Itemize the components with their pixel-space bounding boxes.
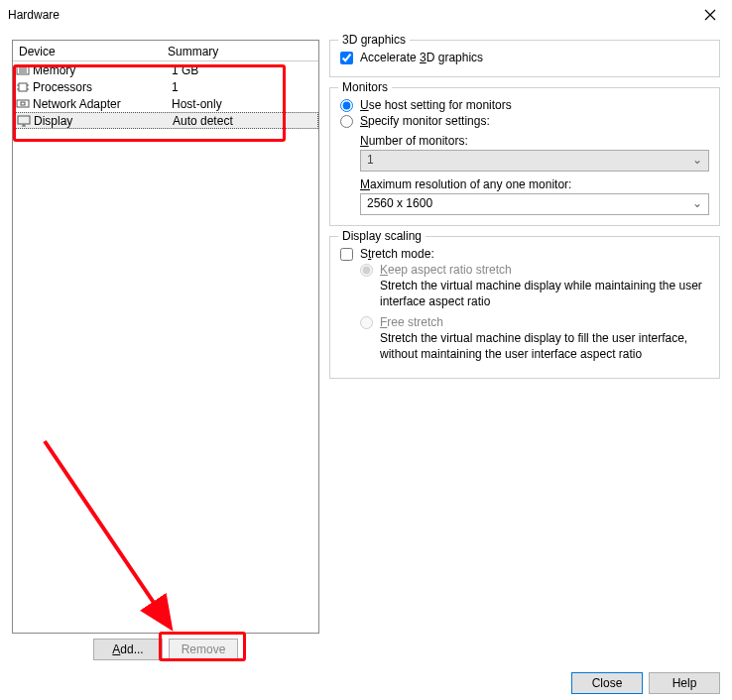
- stretch-mode-input[interactable]: [340, 248, 353, 261]
- device-name: Processors: [33, 80, 172, 94]
- device-row-processors[interactable]: Processors 1: [13, 78, 318, 95]
- window-title: Hardware: [8, 8, 60, 22]
- help-button[interactable]: Help: [649, 672, 720, 694]
- memory-icon: [15, 63, 31, 77]
- device-row-display[interactable]: Display Auto detect: [13, 112, 318, 129]
- stretch-mode-checkbox[interactable]: Stretch mode:: [340, 247, 709, 261]
- device-row-network-adapter[interactable]: Network Adapter Host-only: [13, 95, 318, 112]
- use-host-input[interactable]: [340, 99, 353, 112]
- specify-label: Specify monitor settings:: [360, 114, 490, 128]
- display-icon: [16, 114, 32, 128]
- svg-rect-9: [17, 100, 29, 107]
- stretch-mode-label: Stretch mode:: [360, 247, 434, 261]
- device-summary: Auto detect: [173, 114, 315, 128]
- use-host-label: Use host setting for monitors: [360, 98, 512, 112]
- free-stretch-input: [360, 316, 373, 329]
- keep-aspect-input: [360, 264, 373, 277]
- group-legend: Monitors: [338, 80, 392, 94]
- group-monitors: Monitors Use host setting for monitors S…: [329, 87, 720, 226]
- device-summary: Host-only: [172, 97, 316, 111]
- accelerate-3d-checkbox[interactable]: Accelerate 3D graphics: [340, 51, 709, 64]
- group-display-scaling: Display scaling Stretch mode: Keep aspec…: [329, 236, 720, 379]
- specify-input[interactable]: [340, 115, 353, 128]
- number-monitors-label: Number of monitors:: [360, 134, 709, 148]
- free-stretch-label: Free stretch: [380, 315, 443, 329]
- use-host-radio[interactable]: Use host setting for monitors: [340, 98, 709, 112]
- titlebar: Hardware: [0, 0, 732, 30]
- max-resolution-select[interactable]: 2560 x 1600: [360, 193, 709, 215]
- device-name: Display: [34, 114, 173, 128]
- device-summary: 1: [172, 80, 316, 94]
- group-legend: Display scaling: [338, 229, 426, 243]
- group-legend: 3D graphics: [338, 33, 410, 47]
- col-header-device: Device: [19, 45, 168, 58]
- close-icon[interactable]: [687, 0, 732, 30]
- remove-button: Remove: [169, 639, 238, 660]
- keep-aspect-desc: Stretch the virtual machine display whil…: [380, 279, 709, 309]
- svg-rect-11: [18, 116, 30, 124]
- device-list[interactable]: Device Summary Memory 1 GB Processors 1 …: [12, 40, 319, 634]
- add-button[interactable]: Add...: [93, 639, 163, 660]
- keep-aspect-radio: Keep aspect ratio stretch: [360, 263, 709, 277]
- processors-icon: [15, 80, 31, 94]
- device-summary: 1 GB: [172, 63, 316, 77]
- specify-radio[interactable]: Specify monitor settings:: [340, 114, 709, 128]
- col-header-summary: Summary: [168, 45, 312, 58]
- device-list-header: Device Summary: [13, 41, 318, 61]
- device-name: Memory: [33, 63, 172, 77]
- svg-rect-4: [19, 83, 27, 91]
- accelerate-3d-input[interactable]: [340, 52, 353, 64]
- close-button[interactable]: Close: [571, 672, 643, 694]
- free-stretch-desc: Stretch the virtual machine display to f…: [380, 331, 709, 362]
- number-monitors-select: 1: [360, 150, 709, 172]
- svg-rect-10: [21, 102, 25, 105]
- accelerate-3d-label: Accelerate 3D graphics: [360, 51, 483, 64]
- network-adapter-icon: [15, 97, 31, 111]
- device-row-memory[interactable]: Memory 1 GB: [13, 61, 318, 78]
- group-3d-graphics: 3D graphics Accelerate 3D graphics: [329, 40, 720, 77]
- free-stretch-radio: Free stretch: [360, 315, 709, 329]
- keep-aspect-label: Keep aspect ratio stretch: [380, 263, 512, 277]
- max-resolution-label: Maximum resolution of any one monitor:: [360, 177, 709, 191]
- device-name: Network Adapter: [33, 97, 172, 111]
